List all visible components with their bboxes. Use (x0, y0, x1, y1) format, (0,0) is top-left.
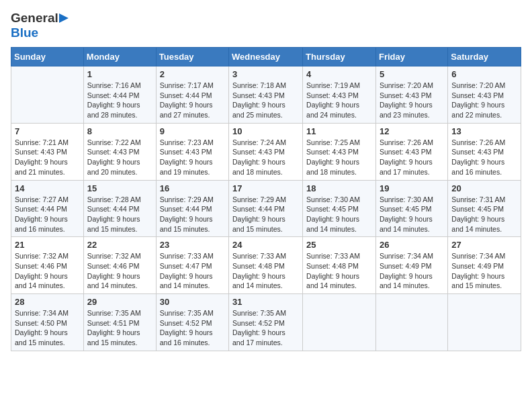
cell-content: Sunrise: 7:32 AMSunset: 4:46 PMDaylight:… (87, 251, 152, 291)
cell-content: Sunrise: 7:20 AMSunset: 4:43 PMDaylight:… (380, 81, 444, 120)
cell-content: Sunrise: 7:35 AMSunset: 4:52 PMDaylight:… (232, 308, 299, 348)
cell-content: Sunrise: 7:18 AMSunset: 4:43 PMDaylight:… (232, 81, 299, 120)
day-number: 25 (306, 240, 372, 250)
day-number: 24 (232, 240, 299, 250)
col-header-sunday: Sunday (11, 48, 84, 66)
day-number: 12 (380, 126, 444, 136)
day-number: 13 (451, 126, 517, 136)
day-number: 26 (380, 240, 444, 250)
day-number: 16 (160, 183, 225, 193)
calendar-cell: 17Sunrise: 7:29 AMSunset: 4:44 PMDayligh… (229, 180, 303, 237)
calendar-cell: 22Sunrise: 7:32 AMSunset: 4:46 PMDayligh… (83, 237, 156, 294)
day-number: 23 (160, 240, 225, 250)
cell-content: Sunrise: 7:33 AMSunset: 4:48 PMDaylight:… (306, 251, 372, 291)
cell-content: Sunrise: 7:17 AMSunset: 4:44 PMDaylight:… (160, 81, 225, 120)
page-header: General Blue (11, 11, 521, 40)
day-number: 7 (15, 126, 80, 136)
calendar-cell: 2Sunrise: 7:17 AMSunset: 4:44 PMDaylight… (156, 66, 228, 124)
calendar-table: SundayMondayTuesdayWednesdayThursdayFrid… (11, 47, 521, 351)
calendar-week-3: 14Sunrise: 7:27 AMSunset: 4:44 PMDayligh… (11, 180, 521, 237)
calendar-cell: 18Sunrise: 7:30 AMSunset: 4:45 PMDayligh… (303, 180, 376, 237)
day-number: 14 (15, 183, 80, 193)
day-number: 8 (87, 126, 152, 136)
cell-content: Sunrise: 7:21 AMSunset: 4:43 PMDaylight:… (15, 138, 80, 177)
calendar-cell: 4Sunrise: 7:19 AMSunset: 4:43 PMDaylight… (303, 66, 376, 124)
calendar-week-1: 1Sunrise: 7:16 AMSunset: 4:44 PMDaylight… (11, 66, 521, 124)
day-number: 29 (87, 297, 152, 307)
col-header-saturday: Saturday (448, 48, 521, 66)
day-number: 4 (306, 69, 372, 79)
cell-content: Sunrise: 7:33 AMSunset: 4:47 PMDaylight:… (160, 251, 225, 291)
logo-arrow-icon (59, 13, 69, 26)
calendar-cell: 26Sunrise: 7:34 AMSunset: 4:49 PMDayligh… (375, 237, 447, 294)
col-header-monday: Monday (83, 48, 156, 66)
col-header-tuesday: Tuesday (156, 48, 228, 66)
calendar-cell (448, 294, 521, 351)
calendar-cell: 13Sunrise: 7:26 AMSunset: 4:43 PMDayligh… (448, 123, 521, 180)
cell-content: Sunrise: 7:30 AMSunset: 4:45 PMDaylight:… (306, 195, 372, 234)
day-number: 15 (87, 183, 152, 193)
calendar-week-2: 7Sunrise: 7:21 AMSunset: 4:43 PMDaylight… (11, 123, 521, 180)
calendar-cell: 11Sunrise: 7:25 AMSunset: 4:43 PMDayligh… (303, 123, 376, 180)
day-number: 1 (87, 69, 152, 79)
cell-content: Sunrise: 7:35 AMSunset: 4:51 PMDaylight:… (87, 308, 152, 348)
day-number: 9 (160, 126, 225, 136)
day-number: 22 (87, 240, 152, 250)
cell-content: Sunrise: 7:26 AMSunset: 4:43 PMDaylight:… (451, 138, 517, 177)
cell-content: Sunrise: 7:27 AMSunset: 4:44 PMDaylight:… (15, 195, 80, 234)
calendar-cell: 20Sunrise: 7:31 AMSunset: 4:45 PMDayligh… (448, 180, 521, 237)
calendar-week-5: 28Sunrise: 7:34 AMSunset: 4:50 PMDayligh… (11, 294, 521, 351)
cell-content: Sunrise: 7:34 AMSunset: 4:49 PMDaylight:… (380, 251, 444, 291)
calendar-cell: 16Sunrise: 7:29 AMSunset: 4:44 PMDayligh… (156, 180, 228, 237)
logo: General Blue (11, 11, 69, 40)
day-number: 27 (451, 240, 517, 250)
day-number: 30 (160, 297, 225, 307)
calendar-cell: 25Sunrise: 7:33 AMSunset: 4:48 PMDayligh… (303, 237, 376, 294)
cell-content: Sunrise: 7:24 AMSunset: 4:43 PMDaylight:… (232, 138, 299, 177)
col-header-thursday: Thursday (303, 48, 376, 66)
calendar-cell: 8Sunrise: 7:22 AMSunset: 4:43 PMDaylight… (83, 123, 156, 180)
cell-content: Sunrise: 7:29 AMSunset: 4:44 PMDaylight:… (232, 195, 299, 234)
calendar-cell: 14Sunrise: 7:27 AMSunset: 4:44 PMDayligh… (11, 180, 84, 237)
day-number: 28 (15, 297, 80, 307)
day-number: 18 (306, 183, 372, 193)
calendar-cell: 6Sunrise: 7:20 AMSunset: 4:43 PMDaylight… (448, 66, 521, 124)
col-header-friday: Friday (375, 48, 447, 66)
logo-general-text: General (11, 11, 58, 25)
calendar-cell: 24Sunrise: 7:33 AMSunset: 4:48 PMDayligh… (229, 237, 303, 294)
calendar-cell: 10Sunrise: 7:24 AMSunset: 4:43 PMDayligh… (229, 123, 303, 180)
calendar-cell: 30Sunrise: 7:35 AMSunset: 4:52 PMDayligh… (156, 294, 228, 351)
calendar-cell: 1Sunrise: 7:16 AMSunset: 4:44 PMDaylight… (83, 66, 156, 124)
logo-blue-text: Blue (11, 26, 38, 40)
calendar-header-row: SundayMondayTuesdayWednesdayThursdayFrid… (11, 48, 521, 66)
calendar-cell: 15Sunrise: 7:28 AMSunset: 4:44 PMDayligh… (83, 180, 156, 237)
cell-content: Sunrise: 7:34 AMSunset: 4:50 PMDaylight:… (15, 308, 80, 348)
calendar-cell: 21Sunrise: 7:32 AMSunset: 4:46 PMDayligh… (11, 237, 84, 294)
calendar-cell: 29Sunrise: 7:35 AMSunset: 4:51 PMDayligh… (83, 294, 156, 351)
col-header-wednesday: Wednesday (229, 48, 303, 66)
cell-content: Sunrise: 7:30 AMSunset: 4:45 PMDaylight:… (380, 195, 444, 234)
day-number: 20 (451, 183, 517, 193)
cell-content: Sunrise: 7:22 AMSunset: 4:43 PMDaylight:… (87, 138, 152, 177)
calendar-cell (11, 66, 84, 124)
day-number: 10 (232, 126, 299, 136)
cell-content: Sunrise: 7:20 AMSunset: 4:43 PMDaylight:… (451, 81, 517, 120)
cell-content: Sunrise: 7:35 AMSunset: 4:52 PMDaylight:… (160, 308, 225, 348)
day-number: 6 (451, 69, 517, 79)
calendar-cell: 12Sunrise: 7:26 AMSunset: 4:43 PMDayligh… (375, 123, 447, 180)
cell-content: Sunrise: 7:32 AMSunset: 4:46 PMDaylight:… (15, 251, 80, 291)
calendar-week-4: 21Sunrise: 7:32 AMSunset: 4:46 PMDayligh… (11, 237, 521, 294)
day-number: 31 (232, 297, 299, 307)
day-number: 17 (232, 183, 299, 193)
calendar-cell: 28Sunrise: 7:34 AMSunset: 4:50 PMDayligh… (11, 294, 84, 351)
calendar-cell: 7Sunrise: 7:21 AMSunset: 4:43 PMDaylight… (11, 123, 84, 180)
cell-content: Sunrise: 7:19 AMSunset: 4:43 PMDaylight:… (306, 81, 372, 120)
calendar-cell (303, 294, 376, 351)
calendar-cell: 27Sunrise: 7:34 AMSunset: 4:49 PMDayligh… (448, 237, 521, 294)
calendar-cell: 5Sunrise: 7:20 AMSunset: 4:43 PMDaylight… (375, 66, 447, 124)
cell-content: Sunrise: 7:28 AMSunset: 4:44 PMDaylight:… (87, 195, 152, 234)
calendar-cell: 9Sunrise: 7:23 AMSunset: 4:43 PMDaylight… (156, 123, 228, 180)
svg-marker-0 (59, 13, 69, 23)
day-number: 21 (15, 240, 80, 250)
cell-content: Sunrise: 7:33 AMSunset: 4:48 PMDaylight:… (232, 251, 299, 291)
